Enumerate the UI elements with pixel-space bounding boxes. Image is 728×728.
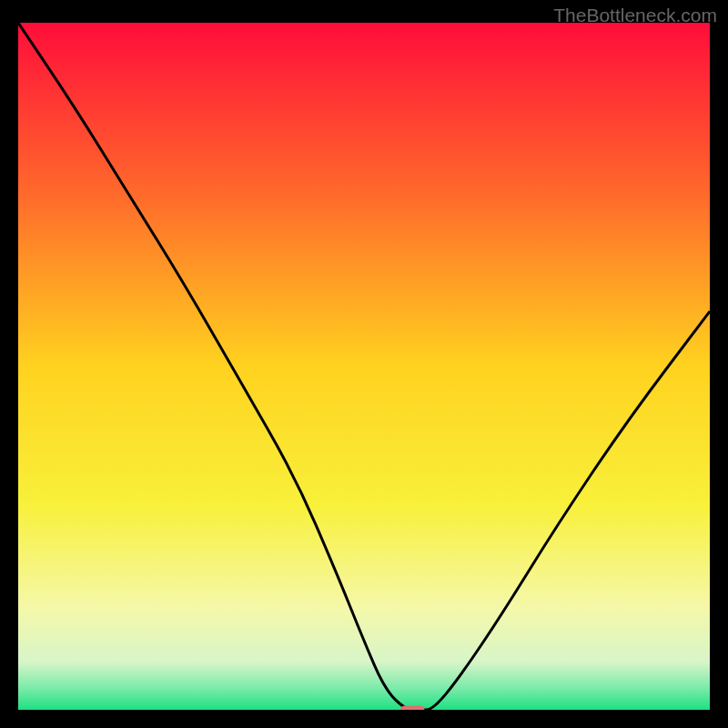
bottleneck-chart bbox=[18, 23, 710, 710]
watermark-text: TheBottleneck.com bbox=[553, 5, 717, 26]
gradient-background bbox=[18, 23, 710, 710]
chart-container bbox=[18, 23, 710, 710]
optimum-marker bbox=[400, 705, 425, 710]
